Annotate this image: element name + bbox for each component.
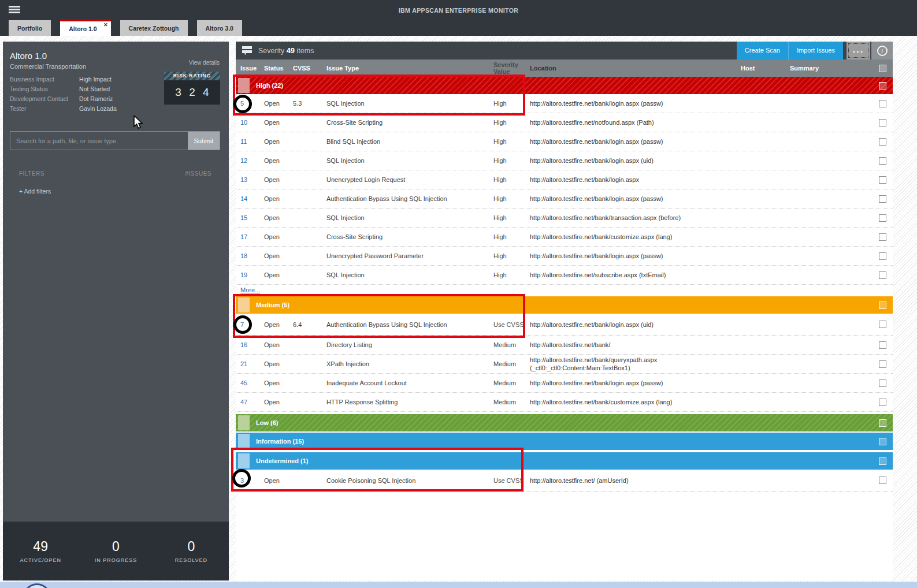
band-checkbox[interactable] <box>879 457 886 465</box>
row-checkbox[interactable] <box>879 341 886 349</box>
issue-row[interactable]: 14OpenAuthentication Bypass Using SQL In… <box>236 189 893 209</box>
issue-cvss-cell: 5.3 <box>293 100 326 107</box>
issue-id-link[interactable]: 17 <box>240 233 247 240</box>
row-checkbox[interactable] <box>879 195 886 203</box>
row-checkbox[interactable] <box>879 360 886 368</box>
issue-row[interactable]: 13OpenUnencrypted Login RequestHighhttp:… <box>236 170 893 189</box>
severity-band-high[interactable]: High (22) <box>236 77 893 94</box>
issue-id-cell: 16 <box>236 341 264 348</box>
issue-id-link[interactable]: 3 <box>240 477 244 484</box>
add-filters-link[interactable]: + Add filters <box>19 188 51 195</box>
issue-id-link[interactable]: 47 <box>240 399 247 405</box>
issue-id-link[interactable]: 5 <box>240 100 244 107</box>
issue-id-link[interactable]: 19 <box>240 271 247 278</box>
issue-row[interactable]: 17OpenCross-Site ScriptingHighhttp://alt… <box>236 228 893 247</box>
create-scan-button[interactable]: Create Scan <box>737 42 788 59</box>
issue-location-line1: http://altoro.testfire.net/bank/customiz… <box>530 398 741 406</box>
import-issues-button[interactable]: Import Issues <box>788 42 843 59</box>
column-header-severity-value[interactable]: Severity Value <box>493 61 530 75</box>
issue-row[interactable]: 45OpenInadequate Account LockoutMediumht… <box>236 374 893 393</box>
issue-id-link[interactable]: 10 <box>240 119 247 126</box>
select-all-checkbox[interactable] <box>879 65 886 72</box>
issue-id-link[interactable]: 18 <box>240 252 247 259</box>
issue-location-line1: http://altoro.testfire.net/notfound.aspx… <box>530 118 741 126</box>
issue-id-link[interactable]: 15 <box>240 214 247 221</box>
issue-row[interactable]: 21OpenXPath InjectionMediumhttp://altoro… <box>236 355 893 374</box>
column-header-issue-type[interactable]: Issue Type <box>326 65 493 72</box>
tab-close-icon[interactable]: ✕ <box>103 22 108 28</box>
issue-row[interactable]: 3OpenCookie Poisoning SQL InjectionUse C… <box>236 470 893 492</box>
band-checkbox[interactable] <box>879 419 886 427</box>
tab-altoro-1-0[interactable]: Altoro 1.0✕ <box>60 19 110 36</box>
issue-severity-value-cell: High <box>493 271 530 279</box>
row-checkbox[interactable] <box>879 271 886 279</box>
issue-id-link[interactable]: 45 <box>240 379 247 386</box>
view-details-link[interactable]: View details <box>189 59 220 66</box>
row-checkbox[interactable] <box>879 477 886 484</box>
search-input[interactable] <box>10 132 188 150</box>
issue-status-cell: Open <box>264 271 293 278</box>
start-orb-icon[interactable] <box>23 583 51 588</box>
column-header-issue[interactable]: Issue <box>236 65 264 72</box>
column-header-status[interactable]: Status <box>264 65 293 72</box>
column-header-location[interactable]: Location <box>530 64 741 72</box>
row-checkbox[interactable] <box>879 138 886 146</box>
group-by-field[interactable]: Severity <box>258 47 284 55</box>
band-checkbox[interactable] <box>879 438 886 445</box>
row-checkbox[interactable] <box>879 233 886 241</box>
row-checkbox[interactable] <box>879 176 886 184</box>
issue-row[interactable]: 47OpenHTTP Response SplittingMediumhttp:… <box>236 393 893 412</box>
column-header-host[interactable]: Host <box>741 65 790 72</box>
severity-band-undet[interactable]: Undetermined (1) <box>236 452 893 470</box>
search-submit-button[interactable]: Submit <box>188 132 220 150</box>
issue-row[interactable]: 12OpenSQL InjectionHighhttp://altoro.tes… <box>236 151 893 170</box>
issue-id-link[interactable]: 13 <box>240 176 247 183</box>
band-checkbox[interactable] <box>879 302 886 309</box>
row-checkbox[interactable] <box>879 119 886 126</box>
issue-id-link[interactable]: 21 <box>240 360 247 367</box>
row-checkbox[interactable] <box>879 100 886 107</box>
issues-panel: Severity 49 items Create Scan Import Iss… <box>236 42 893 580</box>
issue-location-cell: http://altoro.testfire.net/bank/login.as… <box>530 176 741 184</box>
issue-row[interactable]: 16OpenDirectory ListingMediumhttp://alto… <box>236 336 893 355</box>
row-checkbox[interactable] <box>879 321 886 328</box>
band-checkbox[interactable] <box>879 82 886 90</box>
issue-row[interactable]: 11OpenBlind SQL InjectionHighhttp://alto… <box>236 132 893 151</box>
issue-severity-value-cell: Use CVSS <box>493 477 530 485</box>
tab-caretex-zottough[interactable]: Caretex Zottough <box>120 20 188 36</box>
issue-id-link[interactable]: 12 <box>240 157 247 164</box>
column-header-cvss[interactable]: CVSS <box>293 65 326 72</box>
severity-band-info[interactable]: Information (15) <box>236 433 893 450</box>
issue-location-cell: http://altoro.testfire.net/ (amUserId) <box>530 477 741 485</box>
issue-id-link[interactable]: 14 <box>240 195 247 202</box>
issue-id-link[interactable]: 16 <box>240 341 247 348</box>
issue-row[interactable]: 10OpenCross-Site ScriptingHighhttp://alt… <box>236 113 893 132</box>
issue-id-link[interactable]: 11 <box>240 138 247 145</box>
tab-portfolio[interactable]: Portfolio <box>9 20 51 36</box>
issue-id-link[interactable]: 7 <box>240 321 244 328</box>
info-button[interactable]: i <box>871 42 893 59</box>
more-actions-button[interactable]: ... <box>847 42 870 59</box>
issue-location-cell: http://altoro.testfire.net/bank/queryxpa… <box>530 356 741 372</box>
more-link[interactable]: More... <box>236 285 311 295</box>
column-header-summary[interactable]: Summary <box>790 65 873 72</box>
band-color-square <box>238 453 250 468</box>
issue-checkbox-cell <box>873 399 893 406</box>
row-checkbox[interactable] <box>879 214 886 222</box>
band-checkbox-cell <box>873 457 893 465</box>
issue-row[interactable]: 15OpenSQL InjectionHighhttp://altoro.tes… <box>236 209 893 228</box>
tab-label: Altoro 3.0 <box>206 25 233 32</box>
severity-band-medium[interactable]: Medium (5) <box>236 296 893 314</box>
severity-band-low[interactable]: Low (6) <box>236 414 893 431</box>
tab-altoro-3-0[interactable]: Altoro 3.0 <box>197 20 242 36</box>
issue-row[interactable]: 19OpenSQL InjectionHighhttp://altoro.tes… <box>236 266 893 285</box>
row-checkbox[interactable] <box>879 399 886 406</box>
issue-location-line1: http://altoro.testfire.net/bank/login.as… <box>530 176 741 184</box>
issue-location-line1: http://altoro.testfire.net/bank/login.as… <box>530 99 741 107</box>
row-checkbox[interactable] <box>879 379 886 387</box>
row-checkbox[interactable] <box>879 252 886 260</box>
row-checkbox[interactable] <box>879 157 886 165</box>
issue-row[interactable]: 18OpenUnencrypted Password ParameterHigh… <box>236 247 893 266</box>
issue-row[interactable]: 7Open6.4Authentication Bypass Using SQL … <box>236 314 893 336</box>
issue-row[interactable]: 5Open5.3SQL InjectionHighhttp://altoro.t… <box>236 94 893 113</box>
